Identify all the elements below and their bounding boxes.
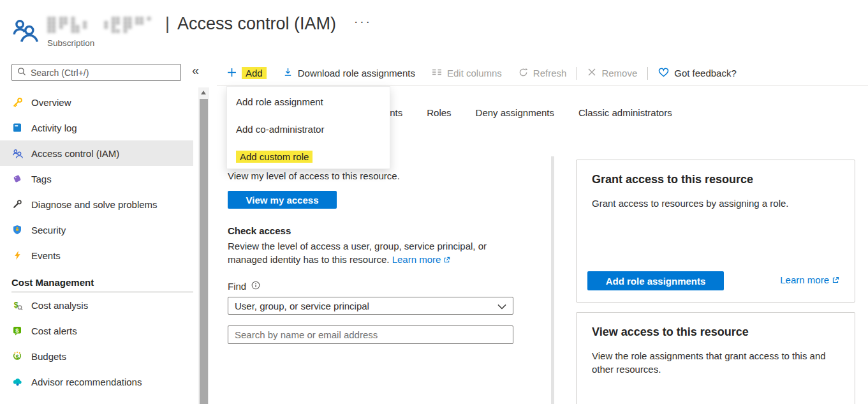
sidebar-item-advisor-recommendations[interactable]: Advisor recommendations xyxy=(0,369,193,394)
sidebar-item-label: Activity log xyxy=(31,123,77,133)
sidebar-search[interactable] xyxy=(11,64,181,81)
sidebar: « Overview xyxy=(0,61,212,404)
refresh-label: Refresh xyxy=(533,68,567,79)
scroll-up-icon[interactable] xyxy=(201,91,206,94)
sidebar-item-events[interactable]: Events xyxy=(0,243,193,268)
sidebar-item-overview[interactable]: Overview xyxy=(0,89,193,115)
shield-icon xyxy=(11,225,23,236)
sidebar-item-label: Events xyxy=(31,250,61,261)
svg-text:$: $ xyxy=(15,327,19,334)
search-input[interactable] xyxy=(31,68,175,78)
add-button-label: Add xyxy=(242,67,267,79)
sidebar-item-cost-alerts[interactable]: $ Cost alerts xyxy=(0,318,193,343)
remove-label: Remove xyxy=(601,68,637,79)
sidebar-section-cost-management: Cost Management xyxy=(0,268,193,292)
tag-icon xyxy=(11,174,23,184)
chevron-down-icon xyxy=(497,301,506,311)
view-access-description: View the role assignments that grant acc… xyxy=(592,349,847,376)
menu-item-add-co-administrator[interactable]: Add co-administrator xyxy=(227,116,390,143)
download-label: Download role assignments xyxy=(298,68,415,79)
azure-iam-page: ⣿⠟⣧⠆ ⠰⣟⡿⠛⠁ | Access control (IAM) ··· Su… xyxy=(0,0,868,404)
more-menu-icon[interactable]: ··· xyxy=(354,15,372,29)
refresh-icon xyxy=(519,68,528,79)
svg-text:$: $ xyxy=(13,301,18,310)
add-dropdown-menu: Add role assignment Add co-administrator… xyxy=(226,86,390,169)
main-scrollbar[interactable] xyxy=(551,156,554,404)
sidebar-item-diagnose[interactable]: Diagnose and solve problems xyxy=(0,191,193,217)
collapse-sidebar-icon[interactable]: « xyxy=(192,63,199,78)
add-button[interactable]: Add xyxy=(227,67,267,79)
title-separator: | xyxy=(165,14,170,34)
subscription-name-redacted: ⣿⠟⣧⠆ ⠰⣟⡿⠛⠁ xyxy=(46,15,158,33)
sidebar-item-label: Diagnose and solve problems xyxy=(31,199,158,210)
toolbar-divider xyxy=(577,67,577,80)
command-bar: Add Download role assignments Edit colum… xyxy=(217,61,868,86)
tab-classic-administrators[interactable]: Classic administrators xyxy=(578,107,672,118)
grant-learn-more-link[interactable]: Learn more xyxy=(780,274,839,286)
external-link-icon xyxy=(443,253,450,267)
sidebar-item-label: Budgets xyxy=(31,351,66,362)
got-feedback-button[interactable]: Got feedback? xyxy=(658,67,737,79)
edit-columns-button[interactable]: Edit columns xyxy=(432,68,502,79)
got-feedback-label: Got feedback? xyxy=(674,68,737,79)
heart-icon xyxy=(658,67,669,79)
remove-button[interactable]: Remove xyxy=(587,68,637,79)
grant-access-description: Grant access to resources by assigning a… xyxy=(592,197,839,210)
cost-alerts-icon: $ xyxy=(11,325,23,336)
close-icon xyxy=(587,68,596,79)
grant-access-card: Grant access to this resource Grant acce… xyxy=(576,160,855,303)
sidebar-item-activity-log[interactable]: Activity log xyxy=(0,115,193,140)
check-access-search-input[interactable] xyxy=(228,325,513,344)
edit-columns-icon xyxy=(432,68,442,79)
activity-log-icon xyxy=(11,123,23,133)
tab-deny-assignments[interactable]: Deny assignments xyxy=(476,107,554,118)
sidebar-item-label: Overview xyxy=(31,97,71,108)
edit-columns-label: Edit columns xyxy=(447,68,502,79)
check-access-heading: Check access xyxy=(228,225,291,236)
view-access-title: View access to this resource xyxy=(592,325,839,339)
iam-people-icon xyxy=(11,148,23,159)
iam-people-icon xyxy=(11,17,38,46)
lightning-icon xyxy=(11,250,23,261)
menu-item-add-custom-role[interactable]: Add custom role xyxy=(227,143,390,170)
learn-more-link[interactable]: Learn more xyxy=(392,254,451,265)
cost-analysis-icon: $ xyxy=(11,300,23,311)
check-access-description: Review the level of access a user, group… xyxy=(228,239,527,267)
refresh-button[interactable]: Refresh xyxy=(519,68,567,79)
sidebar-item-label: Tags xyxy=(31,174,52,184)
find-label: Find xyxy=(228,281,246,292)
sidebar-item-label: Advisor recommendations xyxy=(31,377,142,387)
tab-roles[interactable]: Roles xyxy=(427,107,451,118)
key-icon xyxy=(11,97,23,108)
view-access-card: View access to this resource View the ro… xyxy=(576,312,855,404)
find-type-value: User, group, or service principal xyxy=(235,301,369,311)
menu-item-add-role-assignment[interactable]: Add role assignment xyxy=(227,88,390,116)
find-row: Find xyxy=(228,281,260,292)
toolbar-divider xyxy=(647,67,648,80)
sidebar-item-label: Cost analysis xyxy=(31,300,88,311)
info-icon[interactable] xyxy=(251,281,260,292)
grant-access-title: Grant access to this resource xyxy=(592,173,839,186)
sidebar-scrollbar[interactable] xyxy=(198,87,209,404)
sidebar-item-security[interactable]: Security xyxy=(0,217,193,243)
download-role-assignments-button[interactable]: Download role assignments xyxy=(283,67,415,79)
my-access-description: View my level of access to this resource… xyxy=(228,170,400,181)
budgets-icon: $ xyxy=(11,351,23,362)
external-link-icon xyxy=(832,275,839,286)
advisor-icon xyxy=(11,377,23,387)
page-title: Access control (IAM) xyxy=(177,14,336,34)
add-role-assignments-button[interactable]: Add role assignments xyxy=(587,271,724,290)
sidebar-item-access-control-iam[interactable]: Access control (IAM) xyxy=(0,140,193,166)
scrollbar-thumb[interactable] xyxy=(200,99,208,404)
search-icon xyxy=(17,67,26,79)
find-type-select[interactable]: User, group, or service principal xyxy=(228,297,513,315)
resource-type-label: Subscription xyxy=(47,38,94,48)
view-my-access-button[interactable]: View my access xyxy=(228,191,337,209)
svg-text:$: $ xyxy=(16,353,20,360)
sidebar-item-label: Security xyxy=(31,225,66,236)
sidebar-item-label: Cost alerts xyxy=(31,325,77,336)
sidebar-item-cost-analysis[interactable]: $ Cost analysis xyxy=(0,292,193,318)
sidebar-item-label: Access control (IAM) xyxy=(31,148,119,159)
sidebar-item-budgets[interactable]: $ Budgets xyxy=(0,343,193,369)
sidebar-item-tags[interactable]: Tags xyxy=(0,166,193,191)
